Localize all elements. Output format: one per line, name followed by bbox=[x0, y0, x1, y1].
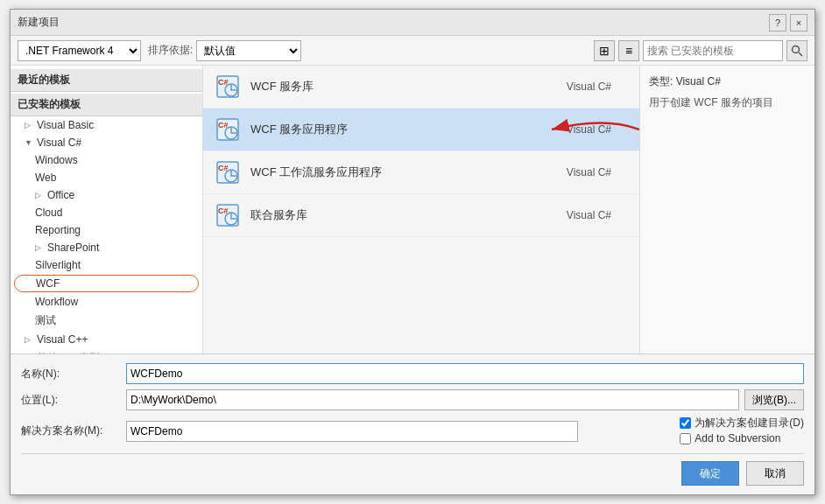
project-icon-wcf-service-lib: C# bbox=[214, 73, 242, 101]
confirm-button[interactable]: 确定 bbox=[681, 461, 739, 486]
project-type: Visual C# bbox=[567, 123, 611, 136]
project-name: WCF 工作流服务应用程序 bbox=[250, 164, 567, 180]
expand-icon: ▼ bbox=[25, 138, 33, 147]
sidebar-item-windows[interactable]: Windows bbox=[11, 151, 202, 169]
info-description: 用于创建 WCF 服务的项目 bbox=[649, 94, 806, 110]
info-type: 类型: Visual C# bbox=[649, 74, 806, 89]
search-input[interactable] bbox=[643, 40, 783, 61]
sidebar-item-label: Visual C# bbox=[37, 136, 81, 149]
sort-label: 排序依据: bbox=[148, 43, 193, 58]
installed-templates-label: 已安装的模板 bbox=[11, 94, 202, 116]
name-input[interactable] bbox=[126, 363, 804, 384]
help-button[interactable]: ? bbox=[769, 14, 786, 32]
sidebar-item-label: Web bbox=[35, 172, 56, 184]
bottom-buttons: 确定 取消 bbox=[21, 453, 804, 486]
main-content: 最近的模板 已安装的模板 ▷ Visual Basic ▼ Visual C# … bbox=[11, 66, 814, 354]
sidebar-item-label: SharePoint bbox=[47, 242, 99, 254]
title-bar: 新建项目 ? × bbox=[11, 10, 814, 36]
svg-line-1 bbox=[799, 52, 802, 56]
sidebar-item-reporting[interactable]: Reporting bbox=[11, 221, 202, 239]
location-input[interactable] bbox=[126, 389, 739, 410]
create-dir-label: 为解决方案创建目录(D) bbox=[695, 416, 804, 430]
toolbar: .NET Framework 4 .NET Framework 3.5 .NET… bbox=[11, 36, 814, 66]
add-subversion-checkbox[interactable] bbox=[680, 433, 691, 444]
sidebar-item-label: Visual Basic bbox=[37, 119, 94, 131]
recent-templates-label: 最近的模板 bbox=[11, 69, 202, 92]
sidebar-item-visual-basic[interactable]: ▷ Visual Basic bbox=[11, 116, 202, 134]
browse-button[interactable]: 浏览(B)... bbox=[744, 389, 804, 410]
project-icon-combined: C# bbox=[214, 201, 242, 229]
cancel-button[interactable]: 取消 bbox=[746, 461, 804, 486]
sidebar-item-label: Cloud bbox=[35, 206, 62, 219]
bottom-section: 名称(N): 位置(L): 浏览(B)... 解决方案名称(M): 为解决方案创… bbox=[11, 354, 814, 494]
expand-icon: ▷ bbox=[25, 121, 33, 130]
sidebar-item-label: Office bbox=[47, 189, 74, 201]
project-name: WCF 服务库 bbox=[250, 79, 567, 94]
create-dir-checkbox[interactable] bbox=[680, 417, 691, 429]
sidebar-item-label: Reporting bbox=[35, 224, 81, 236]
solution-row: 解决方案名称(M): 为解决方案创建目录(D) Add to Subversio… bbox=[21, 416, 804, 446]
project-item-wcf-service-lib[interactable]: C# WCF 服务库 Visual C# bbox=[203, 66, 639, 108]
sidebar-item-label: 测试 bbox=[35, 313, 56, 328]
sidebar-item-cloud[interactable]: Cloud bbox=[11, 204, 202, 221]
sidebar-item-silverlight[interactable]: Silverlight bbox=[11, 256, 202, 274]
sidebar-item-label: WCF bbox=[36, 277, 60, 290]
framework-select[interactable]: .NET Framework 4 .NET Framework 3.5 .NET… bbox=[18, 40, 141, 61]
location-label: 位置(L): bbox=[21, 393, 126, 408]
project-name: 联合服务库 bbox=[250, 207, 567, 223]
solution-input[interactable] bbox=[126, 421, 578, 442]
project-item-wcf-workflow-app[interactable]: C# WCF 工作流服务应用程序 Visual C# bbox=[203, 151, 639, 194]
dialog-title: 新建项目 bbox=[18, 15, 60, 30]
project-type: Visual C# bbox=[567, 209, 611, 221]
project-icon-wcf-workflow: C# bbox=[214, 158, 242, 186]
search-icon bbox=[791, 45, 803, 57]
new-project-dialog: 新建项目 ? × .NET Framework 4 .NET Framework… bbox=[10, 9, 815, 495]
svg-point-0 bbox=[793, 46, 800, 52]
expand-icon: ▷ bbox=[35, 243, 44, 252]
sidebar-item-office[interactable]: ▷ Office bbox=[11, 186, 202, 204]
info-panel: 类型: Visual C# 用于创建 WCF 服务的项目 bbox=[639, 66, 814, 354]
sidebar-item-workflow[interactable]: Workflow bbox=[11, 293, 202, 311]
project-item-wcf-service-app[interactable]: C# WCF 服务应用程序 Visual C# bbox=[203, 108, 639, 151]
project-type: Visual C# bbox=[567, 80, 611, 93]
close-button[interactable]: × bbox=[790, 14, 807, 32]
title-bar-buttons: ? × bbox=[769, 14, 807, 32]
project-list: C# WCF 服务库 Visual C# C# bbox=[203, 66, 639, 354]
list-view-btn[interactable]: ≡ bbox=[618, 40, 639, 61]
sidebar-item-visual-cpp[interactable]: ▷ Visual C++ bbox=[11, 331, 202, 348]
checkbox-subversion-row: Add to Subversion bbox=[680, 432, 804, 444]
sidebar-item-label: Workflow bbox=[35, 296, 78, 308]
project-icon-wcf-service-app: C# bbox=[214, 116, 242, 144]
sidebar-item-label: Visual C++ bbox=[37, 333, 88, 346]
recent-section: 最近的模板 已安装的模板 ▷ Visual Basic ▼ Visual C# … bbox=[11, 66, 202, 354]
sidebar-item-label: Windows bbox=[35, 154, 78, 166]
project-name: WCF 服务应用程序 bbox=[250, 122, 567, 137]
center-layout: C# WCF 服务库 Visual C# C# bbox=[203, 66, 814, 354]
sidebar-item-sharepoint[interactable]: ▷ SharePoint bbox=[11, 239, 202, 256]
add-subversion-label: Add to Subversion bbox=[695, 432, 780, 444]
sidebar-item-test[interactable]: 测试 bbox=[11, 311, 202, 331]
name-label: 名称(N): bbox=[21, 367, 126, 382]
search-button[interactable] bbox=[786, 40, 807, 61]
project-type: Visual C# bbox=[567, 166, 611, 178]
project-item-combined-service-lib[interactable]: C# 联合服务库 Visual C# bbox=[203, 194, 639, 237]
name-row: 名称(N): bbox=[21, 363, 804, 384]
sidebar-item-visual-csharp[interactable]: ▼ Visual C# bbox=[11, 134, 202, 151]
sort-select[interactable]: 默认值 名称 类型 bbox=[196, 40, 301, 61]
expand-icon: ▷ bbox=[25, 335, 33, 344]
sidebar: 最近的模板 已安装的模板 ▷ Visual Basic ▼ Visual C# … bbox=[11, 66, 203, 354]
sidebar-item-web[interactable]: Web bbox=[11, 169, 202, 186]
sidebar-item-wcf[interactable]: WCF bbox=[14, 275, 199, 292]
sidebar-item-label: Silverlight bbox=[35, 259, 81, 271]
solution-label: 解决方案名称(M): bbox=[21, 424, 126, 438]
location-row: 位置(L): 浏览(B)... bbox=[21, 389, 804, 410]
expand-icon: ▷ bbox=[35, 191, 44, 200]
checkbox-area: 为解决方案创建目录(D) Add to Subversion bbox=[680, 416, 804, 446]
checkbox-create-dir-row: 为解决方案创建目录(D) bbox=[680, 416, 804, 430]
large-icon-view-btn[interactable]: ⊞ bbox=[594, 40, 615, 61]
